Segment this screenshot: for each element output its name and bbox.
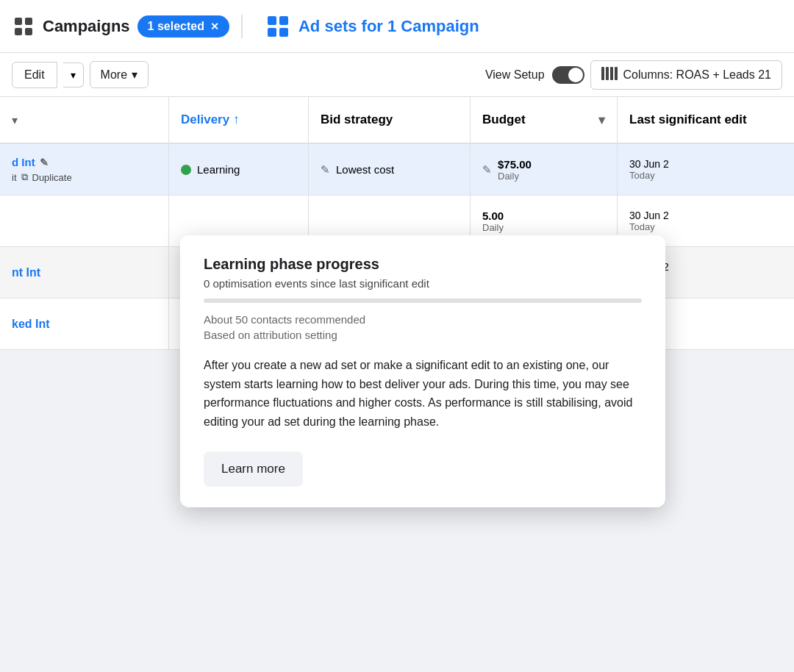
columns-button[interactable]: Columns: ROAS + Leads 21 [590, 60, 782, 90]
delivery-status-dot [181, 165, 191, 175]
popup-recommend-line1: About 50 contacts recommended [204, 313, 642, 326]
svg-rect-1 [15, 28, 22, 35]
toolbar: Edit ▾ More ▾ View Setup Columns: ROAS +… [0, 53, 794, 97]
bid-value: Lowest cost [336, 163, 394, 176]
view-setup-label: View Setup [485, 68, 545, 82]
cell-name-3: nt Int [0, 247, 169, 298]
row4-name: ked Int [12, 318, 157, 331]
view-setup-toggle[interactable] [552, 66, 584, 84]
col-name-header: ▾ [0, 97, 169, 143]
col-bid-header: Bid strategy [309, 97, 471, 143]
last-sig-edit-header-label: Last significant edit [629, 112, 747, 127]
edit-dropdown-button[interactable]: ▾ [63, 62, 84, 87]
svg-rect-3 [25, 28, 32, 35]
cell-budget-1: ✎ $75.00 Daily [471, 144, 618, 195]
view-setup-section: View Setup [485, 66, 584, 84]
svg-rect-5 [279, 16, 288, 25]
last-sig-date: 30 Jun 2 [629, 158, 782, 170]
edit-button[interactable]: Edit [12, 62, 57, 88]
adsets-grid-icon [266, 15, 290, 38]
campaigns-section: Campaigns 1 selected ✕ [12, 15, 243, 38]
popup-description: After you create a new ad set or make a … [204, 356, 642, 431]
edit-pencil-icon[interactable]: ✎ [40, 157, 49, 168]
columns-icon [601, 67, 618, 83]
svg-rect-10 [610, 67, 613, 80]
col-last-sig-header: Last significant edit [618, 97, 794, 143]
col-budget-header[interactable]: Budget ▾ [471, 97, 618, 143]
selected-badge[interactable]: 1 selected ✕ [137, 15, 229, 37]
campaigns-icon [12, 15, 35, 38]
table-header: ▾ Delivery ↑ Bid strategy Budget ▾ Last … [0, 97, 794, 144]
svg-rect-6 [268, 28, 276, 37]
delivery-status-text: Learning [197, 163, 240, 176]
cell-delivery-1: Learning [169, 144, 309, 195]
duplicate-label[interactable]: Duplicate [32, 172, 72, 183]
pencil-bid-icon[interactable]: ✎ [321, 163, 330, 176]
cell-name-4: ked Int [0, 299, 169, 349]
row1-name-text: d Int ✎ [12, 156, 157, 168]
svg-rect-8 [601, 67, 604, 80]
selected-badge-text: 1 selected [148, 20, 204, 33]
last-sig-date-2: 30 Jun 2 [629, 210, 782, 221]
learn-more-button[interactable]: Learn more [204, 451, 303, 487]
row1-name: d Int [12, 156, 35, 168]
svg-rect-2 [25, 18, 32, 25]
last-sig-sub: Today [629, 170, 782, 181]
svg-rect-4 [268, 16, 276, 25]
columns-label: Columns: ROAS + Leads 21 [623, 68, 771, 82]
svg-rect-9 [606, 67, 609, 80]
budget-period: Daily [498, 171, 532, 182]
more-button[interactable]: More ▾ [90, 61, 149, 88]
close-icon[interactable]: ✕ [210, 21, 219, 32]
adsets-title: Ad sets for 1 Campaign [298, 17, 479, 36]
budget-period-2: Daily [482, 222, 504, 233]
svg-rect-0 [15, 18, 22, 25]
budget-amount: $75.00 [498, 158, 532, 171]
adsets-section: Ad sets for 1 Campaign [254, 15, 479, 38]
pencil-budget-icon[interactable]: ✎ [482, 163, 492, 176]
cell-last-sig-1: 30 Jun 2 Today [618, 144, 794, 195]
chevron-down-icon: ▾ [71, 69, 76, 81]
bid-strategy-header-label: Bid strategy [321, 112, 393, 127]
chevron-down-icon: ▾ [12, 113, 18, 127]
delivery-header-label: Delivery ↑ [181, 112, 239, 127]
campaigns-title: Campaigns [43, 17, 130, 36]
progress-bar-background [204, 299, 642, 303]
svg-rect-7 [279, 28, 288, 37]
cell-name-2 [0, 196, 169, 246]
learning-phase-popup[interactable]: Learning phase progress 0 optimisation e… [180, 235, 665, 507]
row1-actions: it ⧉ Duplicate [12, 171, 157, 183]
row3-name: nt Int [12, 266, 157, 279]
edit-action[interactable]: it [12, 172, 17, 183]
popup-subtitle: 0 optimisation events since last signifi… [204, 277, 642, 290]
last-sig-sub-2: Today [629, 221, 782, 232]
duplicate-icon: ⧉ [21, 171, 28, 183]
svg-rect-11 [615, 67, 618, 80]
budget-display-2: 5.00 Daily [482, 210, 504, 233]
budget-amount-2: 5.00 [482, 210, 504, 222]
header: Campaigns 1 selected ✕ Ad sets for 1 Cam… [0, 0, 794, 53]
budget-header-label: Budget [482, 112, 526, 127]
col-delivery-header[interactable]: Delivery ↑ [169, 97, 309, 143]
popup-recommend-line2: Based on attribution setting [204, 329, 642, 341]
more-label: More [101, 68, 127, 82]
budget-sort-icon: ▾ [598, 112, 605, 128]
cell-bid-1: ✎ Lowest cost [309, 144, 471, 195]
cell-name-1: d Int ✎ it ⧉ Duplicate [0, 144, 169, 195]
chevron-down-icon: ▾ [132, 68, 137, 82]
budget-display: $75.00 Daily [498, 158, 532, 182]
popup-title: Learning phase progress [204, 256, 642, 273]
table-row: d Int ✎ it ⧉ Duplicate Learning ✎ Lowest… [0, 144, 794, 196]
